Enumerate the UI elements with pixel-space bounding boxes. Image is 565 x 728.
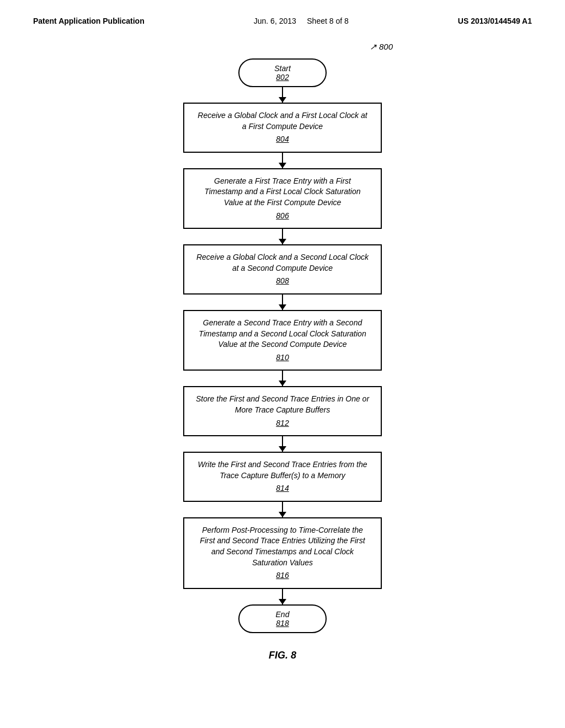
step-810-num: 810 bbox=[195, 352, 370, 363]
start-node: Start 802 bbox=[238, 58, 327, 87]
step-804-num: 804 bbox=[195, 134, 370, 145]
step-810-text: Generate a Second Trace Entry with a Sec… bbox=[199, 318, 366, 349]
step-816-num: 816 bbox=[195, 570, 370, 581]
date-label: Jun. 6, 2013 bbox=[254, 17, 296, 25]
step-816-box: Perform Post-Processing to Time-Correlat… bbox=[183, 517, 382, 589]
page-header: Patent Application Publication Jun. 6, 2… bbox=[0, 0, 565, 31]
sheet-label: Sheet 8 of 8 bbox=[307, 17, 349, 25]
step-806-box: Generate a First Trace Entry with a Firs… bbox=[183, 168, 382, 229]
step-814-box: Write the First and Second Trace Entries… bbox=[183, 452, 382, 502]
arrow-3 bbox=[282, 229, 283, 244]
ref-800: ↗ 800 bbox=[370, 42, 393, 52]
step-812-box: Store the First and Second Trace Entries… bbox=[183, 386, 382, 436]
end-node: End 818 bbox=[238, 604, 327, 633]
arrow-8 bbox=[282, 589, 283, 604]
step-804-text: Receive a Global Clock and a First Local… bbox=[198, 111, 367, 131]
step-806-num: 806 bbox=[195, 211, 370, 222]
arrow-7 bbox=[282, 502, 283, 517]
patent-number: US 2013/0144549 A1 bbox=[458, 17, 532, 25]
fig-label: FIG. 8 bbox=[269, 650, 296, 661]
step-814-text: Write the First and Second Trace Entries… bbox=[198, 460, 367, 480]
publication-label: Patent Application Publication bbox=[33, 17, 145, 25]
step-804-box: Receive a Global Clock and a First Local… bbox=[183, 103, 382, 153]
step-816-text: Perform Post-Processing to Time-Correlat… bbox=[200, 526, 365, 567]
end-label: End bbox=[276, 610, 290, 619]
header-right: US 2013/0144549 A1 bbox=[458, 17, 532, 25]
end-num: 818 bbox=[276, 619, 289, 628]
step-806-text: Generate a First Trace Entry with a Firs… bbox=[204, 176, 360, 207]
step-812-text: Store the First and Second Trace Entries… bbox=[196, 394, 369, 414]
arrow-2 bbox=[282, 153, 283, 168]
step-808-num: 808 bbox=[195, 276, 370, 287]
step-812-num: 812 bbox=[195, 418, 370, 429]
flowchart: Start 802 Receive a Global Clock and a F… bbox=[167, 58, 398, 633]
start-label: Start bbox=[274, 64, 291, 73]
header-center: Jun. 6, 2013 Sheet 8 of 8 bbox=[254, 17, 349, 25]
start-num: 802 bbox=[276, 73, 289, 82]
diagram-container: ↗ 800 Start 802 Receive a Global Clock a… bbox=[0, 31, 565, 672]
step-808-text: Receive a Global Clock and a Second Loca… bbox=[196, 253, 369, 272]
step-810-box: Generate a Second Trace Entry with a Sec… bbox=[183, 310, 382, 371]
step-814-num: 814 bbox=[195, 483, 370, 494]
arrow-1 bbox=[282, 87, 283, 103]
arrow-5 bbox=[282, 371, 283, 386]
page: Patent Application Publication Jun. 6, 2… bbox=[0, 0, 565, 728]
header-left: Patent Application Publication bbox=[33, 17, 145, 25]
arrow-6 bbox=[282, 436, 283, 452]
step-808-box: Receive a Global Clock and a Second Loca… bbox=[183, 244, 382, 295]
arrow-4 bbox=[282, 295, 283, 310]
